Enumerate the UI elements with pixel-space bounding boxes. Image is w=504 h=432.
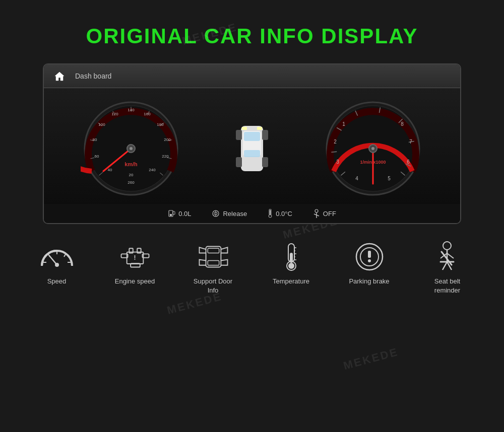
svg-point-105 [368,259,371,262]
handbrake-status: Release [211,209,247,218]
svg-point-82 [55,263,59,267]
svg-rect-65 [173,211,175,214]
svg-text:120: 120 [111,112,118,116]
svg-point-73 [315,209,318,212]
svg-point-96 [288,263,294,269]
page-title-section: ORIGINAL CAR INFO DISPLAY [0,0,504,63]
feature-door: Support Door Info [188,242,238,295]
speedometer: 20 40 60 80 100 120 140 160 180 200 220 … [81,98,181,199]
car-top-view [224,108,280,189]
feature-seatbelt: Seat belt reminder [422,242,473,295]
svg-text:200: 200 [164,137,171,142]
speed-label: Speed [47,277,67,286]
dash-body: 20 40 60 80 100 120 140 160 180 200 220 … [44,88,460,204]
home-icon [52,68,67,84]
parking-brake-icon [352,242,387,272]
svg-text:1/min x1000: 1/min x1000 [360,160,386,165]
svg-rect-36 [262,130,268,140]
feature-engine: ! Engine speed [110,242,160,286]
svg-rect-95 [290,253,293,263]
svg-rect-104 [368,251,371,258]
svg-text:100: 100 [98,122,105,127]
watermark-6: MEKEDE [342,345,400,373]
svg-text:1: 1 [343,121,346,127]
temp-status: 0.0°C [267,209,292,218]
speed-icon [39,242,75,272]
temperature-icon [274,242,309,272]
svg-rect-34 [244,150,260,157]
dash-status: 0.0L Release 0.0°C OFF [44,204,460,223]
svg-rect-38 [262,157,268,167]
svg-point-106 [443,242,451,250]
parking-label: Parking brake [349,277,389,286]
dashboard-screen: Dash board [43,63,461,224]
svg-marker-0 [55,72,64,81]
svg-point-29 [130,147,133,150]
svg-text:4: 4 [356,176,359,181]
svg-rect-37 [236,157,242,167]
svg-text:80: 80 [92,137,97,142]
svg-text:260: 260 [128,180,135,185]
svg-text:!: ! [134,254,136,261]
svg-text:180: 180 [157,122,164,127]
svg-rect-66 [170,214,172,216]
svg-text:220: 220 [162,154,169,159]
svg-rect-33 [244,132,260,141]
svg-text:140: 140 [128,108,135,112]
svg-text:40: 40 [107,168,112,172]
svg-text:2: 2 [334,139,337,145]
svg-rect-91 [208,248,219,253]
tachometer: 1 2 3 4 5 6 7 8 1/min x1000 [323,98,423,199]
engine-label: Engine speed [115,277,155,286]
svg-text:240: 240 [149,168,156,172]
seatbelt-status: OFF [312,209,336,218]
svg-text:km/h: km/h [124,161,138,167]
page-title: ORIGINAL CAR INFO DISPLAY [0,24,504,48]
svg-rect-92 [208,260,219,265]
feature-speed: Speed [32,242,82,286]
svg-text:5: 5 [388,176,391,181]
svg-line-44 [332,152,337,152]
seatbelt-icon [430,242,465,272]
svg-point-62 [371,147,374,150]
door-info-icon [196,242,231,272]
feature-parking: Parking brake [344,242,395,286]
svg-rect-72 [270,210,271,214]
svg-line-113 [447,253,454,258]
svg-rect-39 [242,127,247,130]
engine-icon: ! [117,242,153,272]
svg-text:20: 20 [129,173,133,177]
svg-rect-35 [236,130,242,140]
svg-text:3: 3 [337,159,340,165]
feature-temperature: Temperature [266,242,317,286]
dash-title: Dash board [75,72,111,80]
svg-text:60: 60 [94,154,99,159]
seatbelt-label: Seat belt reminder [422,277,473,295]
svg-text:160: 160 [144,112,151,116]
svg-rect-40 [257,127,262,130]
svg-line-110 [443,262,447,270]
svg-text:6: 6 [407,159,410,165]
svg-line-78 [64,254,66,257]
temperature-label: Temperature [273,277,309,286]
features-section: Speed ! Engine speed [0,224,504,300]
svg-rect-90 [206,246,221,267]
svg-text:8: 8 [401,121,404,127]
fuel-status: 0.0L [168,209,191,218]
door-label: Support Door Info [188,277,238,295]
svg-text:7: 7 [410,139,413,145]
dash-header: Dash board [44,64,460,88]
